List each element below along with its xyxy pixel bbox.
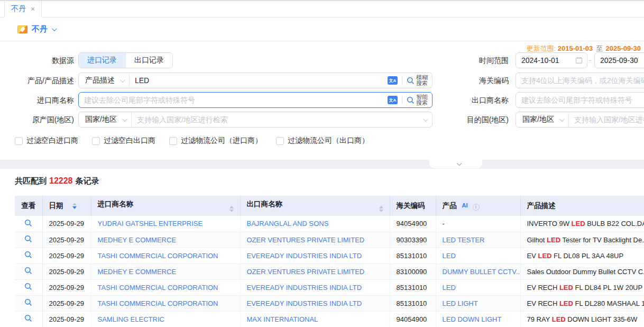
header-exporter[interactable]: 出口商名称 <box>240 196 390 216</box>
product-type-select[interactable]: 产品描述 <box>79 73 130 88</box>
origin-country-group: 国家/地区 <box>78 112 433 128</box>
checkbox-icon[interactable] <box>276 137 284 145</box>
chevron-down-icon <box>559 116 565 122</box>
hs-code-cell: 90303390 <box>390 232 436 248</box>
magnifier-icon <box>407 96 415 104</box>
importer-link[interactable]: TASHI COMMERCIAL CORPORATION <box>98 299 218 307</box>
destination-input[interactable] <box>569 112 644 127</box>
sort-asc-icon[interactable] <box>229 206 234 208</box>
header-date[interactable]: 日期 <box>42 196 91 216</box>
chevron-down-icon <box>423 116 428 122</box>
importer-link[interactable]: TASHI COMMERCIAL CORPORATION <box>98 284 218 292</box>
product-desc-cell: EV RECH LED FL DL280 MASHAAL 10... <box>520 295 644 311</box>
table-row: 2025-09-29TASHI COMMERCIAL CORPORATIONEV… <box>15 248 644 264</box>
desc-highlight: LED <box>552 315 566 323</box>
close-icon[interactable]: × <box>31 5 35 13</box>
view-cell <box>15 248 42 264</box>
exporter-link[interactable]: OZER VENTURES PRIVATE LIMITED <box>247 268 365 276</box>
filter-checkbox-row: 过滤空白进口商 过滤空白出口商 过滤物流公司（进口商） 过滤物流公司（出口商） <box>15 136 369 146</box>
importer-link[interactable]: MEDHEY E COMMERCE <box>98 268 177 276</box>
header-importer[interactable]: 进口商名称 <box>91 196 240 216</box>
translate-icon[interactable]: 文A <box>388 96 398 104</box>
importer-cell: MEDHEY E COMMERCE <box>91 264 240 279</box>
view-record-button[interactable] <box>24 284 32 292</box>
product-link[interactable]: LED <box>443 284 456 292</box>
destination-label: 目的国(地区) <box>455 112 509 128</box>
view-record-button[interactable] <box>24 316 32 324</box>
importer-link[interactable]: TASHI COMMERCIAL CORPORATION <box>98 252 218 260</box>
exporter-link[interactable]: EVEREADY INDUSTRIES INDIA LTD <box>247 252 362 260</box>
desc-text: EV RECH <box>527 284 559 292</box>
date-start-input[interactable] <box>516 53 575 68</box>
filter-panel: 更新范围: 2015-01-03 至 2025-09-30 数据源 进口记录 出… <box>0 42 644 160</box>
info-icon[interactable]: i <box>473 204 480 211</box>
customs-code-input[interactable] <box>516 73 644 88</box>
exporter-cell: BAJRANGLAL AND SONS <box>240 216 390 232</box>
origin-type-select[interactable]: 国家/地区 <box>79 112 132 127</box>
product-link[interactable]: LED <box>443 252 456 260</box>
exporter-link[interactable]: OZER VENTURES PRIVATE LIMITED <box>247 236 365 244</box>
product-link[interactable]: DUMMY BULLET CCTV... <box>443 268 521 276</box>
importer-link[interactable]: SAMLING ELECTRIC <box>98 315 164 323</box>
sort-icons[interactable] <box>229 206 234 212</box>
tab-import-records[interactable]: 进口记录 <box>79 53 125 68</box>
desc-highlight: LED <box>538 252 551 260</box>
origin-country-input[interactable] <box>132 112 419 127</box>
checkbox-filter-logistics-exporter[interactable]: 过滤物流公司（出口商） <box>276 136 369 146</box>
collapse-filters-button[interactable] <box>429 160 482 168</box>
sort-icons[interactable] <box>379 206 383 212</box>
sort-desc-icon[interactable] <box>229 210 234 212</box>
checkbox-icon[interactable] <box>15 137 23 145</box>
tab-bhutan[interactable]: 不丹 × <box>4 1 42 17</box>
checkbox-icon[interactable] <box>92 137 100 145</box>
view-record-button[interactable] <box>24 252 32 260</box>
view-record-button[interactable] <box>24 300 32 308</box>
checkbox-filter-blank-exporter[interactable]: 过滤空白出口商 <box>92 136 155 146</box>
view-record-button[interactable] <box>24 268 32 276</box>
translate-icon[interactable]: 文A <box>388 76 398 85</box>
sort-icons[interactable] <box>72 203 77 209</box>
importer-link[interactable]: MEDHEY E COMMERCE <box>98 236 177 244</box>
exporter-link[interactable]: BAJRANGLAL AND SONS <box>247 220 329 228</box>
importer-cell: MEDHEY E COMMERCE <box>91 232 240 248</box>
importer-search-group: 文A 智能 搜索 <box>78 92 433 108</box>
importer-link[interactable]: YUDRAI GATSHEL ENTERPRISE <box>98 220 203 228</box>
checkbox-filter-logistics-importer[interactable]: 过滤物流公司（进口商） <box>169 136 262 146</box>
checkbox-icon[interactable] <box>169 137 177 145</box>
chevron-down-icon[interactable] <box>52 26 57 31</box>
date-cell: 2025-09-29 <box>42 232 91 248</box>
sort-asc-icon[interactable] <box>72 203 77 205</box>
magnifier-icon <box>24 298 32 306</box>
date-end-input[interactable] <box>595 53 644 68</box>
checkbox-filter-blank-importer[interactable]: 过滤空白进口商 <box>15 136 78 146</box>
sort-asc-icon[interactable] <box>379 206 383 208</box>
importer-cell: TASHI COMMERCIAL CORPORATION <box>91 295 240 311</box>
product-search-group: 产品描述 文A 模糊 搜索 <box>78 72 433 88</box>
view-cell <box>15 232 42 248</box>
tab-export-records[interactable]: 出口记录 <box>125 53 172 68</box>
product-link[interactable]: LED DOWN LIGHT <box>443 315 502 323</box>
sort-desc-icon[interactable] <box>379 210 383 212</box>
exporter-link[interactable]: MAX INTERNATIONAL <box>247 315 318 323</box>
divider <box>402 76 402 85</box>
header-product: 产品AIi <box>436 196 520 216</box>
exporter-link[interactable]: EVEREADY INDUSTRIES INDIA LTD <box>247 299 362 307</box>
table-row: 2025-09-29TASHI COMMERCIAL CORPORATIONEV… <box>15 295 644 311</box>
destination-type-select[interactable]: 国家/地区 <box>516 112 569 127</box>
product-link[interactable]: LED LIGHT <box>443 299 478 307</box>
exporter-link[interactable]: EVEREADY INDUSTRIES INDIA LTD <box>247 284 362 292</box>
importer-name-input[interactable] <box>79 93 388 107</box>
customs-code-label: 海关编码 <box>455 72 509 88</box>
country-title[interactable]: 不丹 <box>32 24 48 34</box>
product-link[interactable]: LED TESTER <box>443 236 485 244</box>
smart-search-button[interactable]: 智能 搜索 <box>407 94 432 106</box>
view-cell <box>15 295 42 311</box>
sort-desc-icon[interactable] <box>72 206 77 209</box>
view-record-button[interactable] <box>24 237 32 244</box>
importer-cell: SAMLING ELECTRIC <box>91 311 240 327</box>
view-record-button[interactable] <box>24 221 32 229</box>
update-range-label: 更新范围: <box>527 44 556 52</box>
product-search-input[interactable] <box>130 73 388 88</box>
exporter-name-input[interactable] <box>516 93 644 107</box>
fuzzy-search-button[interactable]: 模糊 搜索 <box>407 75 432 86</box>
